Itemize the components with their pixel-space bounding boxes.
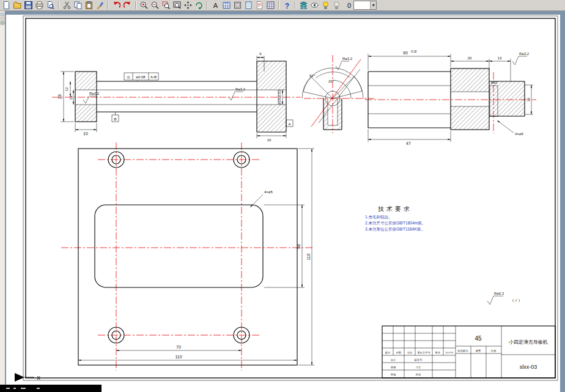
zoom-in-icon[interactable]	[139, 1, 149, 10]
save-icon[interactable]	[23, 1, 34, 10]
chevron-down-icon[interactable]: ▼	[370, 1, 376, 9]
copy-icon[interactable]	[73, 1, 83, 10]
toolbar-separator	[295, 1, 296, 9]
dim-28[interactable]: 28	[57, 94, 62, 99]
notebook-icon[interactable]	[243, 1, 254, 10]
hatch-area	[451, 68, 489, 92]
new-icon-glyph	[2, 1, 10, 9]
toolbar-separator	[207, 1, 208, 9]
finish-ra-value: Ra6.3	[494, 292, 504, 295]
dim-13[interactable]: 13	[498, 56, 502, 60]
layer-combo[interactable]: ▼	[353, 1, 377, 10]
dim-110-right[interactable]: 110	[306, 253, 311, 260]
svg-text:?: ?	[285, 2, 289, 10]
dim-10-left[interactable]: 10	[83, 131, 88, 136]
toolbar-separator	[58, 1, 59, 9]
zoom-window-icon[interactable]	[161, 1, 171, 10]
print-preview-icon[interactable]	[45, 1, 56, 10]
toolbar-separator	[108, 1, 109, 9]
dim-13[interactable]: 13	[69, 95, 73, 100]
hatch-area	[257, 105, 286, 132]
redo-icon[interactable]	[122, 1, 133, 10]
paste-icon[interactable]	[84, 1, 94, 10]
svg-text:A: A	[213, 2, 218, 9]
table-icon[interactable]	[221, 1, 232, 10]
markup-icon-glyph	[256, 1, 264, 9]
dim-4x5[interactable]: 4×⌀5	[264, 190, 273, 194]
hatch-area	[489, 81, 525, 116]
regen-icon[interactable]	[194, 1, 204, 10]
regen-icon-glyph	[195, 1, 203, 9]
copy-icon-glyph	[74, 1, 82, 9]
fcf-datum: A-B	[150, 75, 157, 79]
tech-req-title: 技术要求	[378, 205, 412, 212]
dim-ra-bore[interactable]: Ra3.2	[89, 92, 100, 95]
tb-label-approve: 批准	[415, 373, 421, 376]
dim-ra-angled[interactable]: Ra3.2	[342, 57, 353, 61]
help-icon[interactable]: ?	[282, 1, 292, 10]
zoom-window-icon-glyph	[162, 1, 170, 9]
dim-47[interactable]: 47	[406, 141, 411, 146]
dim-110-bottom[interactable]: 110	[175, 355, 182, 359]
format-brush-icon[interactable]	[95, 1, 105, 10]
tb-label-change-file: 更改文件号	[417, 351, 430, 354]
hatch-area	[75, 105, 97, 122]
fcf-symbol: ◎	[127, 75, 130, 79]
dim-90-tol[interactable]: -0.18	[410, 50, 417, 53]
pan-icon[interactable]	[183, 1, 193, 10]
visibility-icon[interactable]	[309, 1, 320, 10]
tb-label-review: 审核	[391, 373, 396, 376]
status-bar-fragment[interactable]	[0, 385, 102, 392]
main-toolbar: A ? 0 ▼	[0, 0, 565, 11]
open-icon-glyph	[13, 1, 21, 9]
dim-58[interactable]: 58	[297, 244, 301, 249]
zoom-all-icon-glyph	[173, 1, 181, 9]
cut-icon[interactable]	[62, 1, 72, 10]
dim-70[interactable]: 70	[176, 345, 181, 349]
tb-material: 45	[475, 335, 482, 342]
dim-ra-face[interactable]: Ra3.2	[235, 87, 246, 91]
layers-icon[interactable]	[298, 1, 309, 10]
dim-ra-shaft[interactable]: Ra3.2	[519, 52, 530, 56]
drawing-canvas[interactable]: 28 12 13 Ra3.2 10 ◎ ⌀0.08 A-B Ra3.2	[0, 11, 565, 392]
open-icon[interactable]	[12, 1, 23, 10]
undo-icon-glyph	[113, 1, 120, 9]
bulb-on-icon[interactable]	[320, 1, 331, 10]
tech-req-item: 1.去毛刺锐边。	[365, 215, 392, 220]
text-style-icon[interactable]: A	[210, 1, 221, 10]
dim-phi10[interactable]: ⌀10	[491, 81, 498, 84]
dim-angle-20[interactable]: 20°	[328, 80, 334, 83]
new-icon[interactable]	[1, 1, 12, 10]
dim-33[interactable]: 33	[526, 97, 530, 102]
app-window: A ? 0 ▼	[0, 0, 565, 392]
tb-label-sign: 签名	[435, 351, 441, 354]
dim-10-right[interactable]: 10	[267, 138, 271, 142]
dim-angle-52[interactable]: 52°	[309, 74, 316, 78]
frame-icon[interactable]	[232, 1, 243, 10]
datum-b-label: B	[114, 117, 116, 121]
tb-part-name: 小四定薄壳导板机	[509, 339, 548, 345]
hatch-area	[75, 72, 97, 90]
tech-req-item: 3.未注形位公差按GB/T1184K级。	[365, 227, 424, 232]
datum-a-label: A	[288, 122, 290, 126]
tb-label-check: 校核	[391, 366, 396, 369]
notebook-icon-glyph	[245, 1, 253, 9]
bulb-off-icon[interactable]	[331, 1, 342, 10]
dim-4x6[interactable]: 4×⌀6	[515, 132, 523, 136]
pan-icon-glyph	[184, 1, 192, 9]
dim-phi16[interactable]: ⌀16-0.03	[278, 89, 281, 105]
visibility-icon-glyph	[311, 1, 319, 9]
grid-icon[interactable]	[265, 1, 276, 10]
toolbar-separator	[278, 1, 279, 9]
dim-90[interactable]: 90	[403, 51, 408, 55]
markup-icon[interactable]	[254, 1, 265, 10]
tb-drawing-number: slxx-03	[520, 364, 537, 370]
undo-icon[interactable]	[111, 1, 122, 10]
docked-toolbar-strip	[0, 11, 5, 385]
print-icon[interactable]	[34, 1, 45, 10]
zoom-all-icon[interactable]	[172, 1, 182, 10]
fcf-tolerance: ⌀0.08	[136, 75, 146, 79]
dim-20[interactable]: 20	[468, 56, 472, 60]
dim-12[interactable]: 12	[65, 87, 68, 91]
zoom-out-icon[interactable]	[150, 1, 160, 10]
